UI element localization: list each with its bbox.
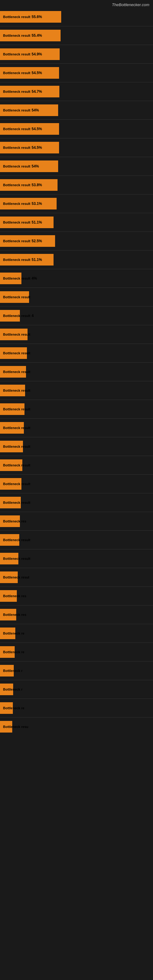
list-item: Bottleneck result xyxy=(0,326,153,343)
bar: Bottleneck re xyxy=(0,646,15,658)
list-item: Bottleneck result xyxy=(0,288,153,305)
bar: Bottleneck result54.5% xyxy=(0,142,59,153)
bar-label: Bottleneck res xyxy=(2,519,26,523)
list-item: Bottleneck result54% xyxy=(0,102,153,119)
bar-label: Bottleneck result xyxy=(2,389,30,392)
bar: Bottleneck result54% xyxy=(0,105,58,116)
bar-label: Bottleneck result xyxy=(2,557,30,560)
list-item: Bottleneck result xyxy=(0,438,153,455)
bar: Bottleneck result54% xyxy=(0,161,58,172)
bar: Bottleneck resu xyxy=(0,721,12,733)
list-item: Bottleneck result xyxy=(0,494,153,511)
list-item: Bottleneck result xyxy=(0,401,153,418)
list-item: Bottleneck res xyxy=(0,587,153,605)
list-item: Bottleneck result52.5% xyxy=(0,232,153,250)
bar-label: Bottleneck result xyxy=(2,407,30,411)
list-item: Bottleneck re xyxy=(0,700,153,717)
bar-value: 54.5% xyxy=(32,127,42,131)
list-item: Bottleneck result xyxy=(0,419,153,436)
bar-label: Bottleneck result xyxy=(2,183,30,187)
list-item: Bottleneck resul xyxy=(0,569,153,586)
list-item: Bottleneck res xyxy=(0,513,153,530)
bar-label: Bottleneck result xyxy=(2,314,30,318)
list-item: Bottleneck result54.7% xyxy=(0,83,153,100)
bar-label: Bottleneck result xyxy=(2,370,30,374)
list-item: Bottleneck result55.6% xyxy=(0,8,153,25)
bar-value: 52.5% xyxy=(32,239,42,243)
bar-label: Bottleneck result xyxy=(2,52,30,56)
bar: Bottleneck res xyxy=(0,609,16,620)
bar: Bottleneck result xyxy=(0,329,27,340)
bar-label: Bottleneck result xyxy=(2,127,30,131)
bar: Bottleneck result54.9% xyxy=(0,48,60,60)
list-item: Bottleneck result51.1% xyxy=(0,214,153,231)
bar: Bottleneck result xyxy=(0,441,23,452)
list-item: Bottleneck result54.5% xyxy=(0,139,153,156)
bar-label: Bottleneck result xyxy=(2,482,30,486)
bar-label: Bottleneck result xyxy=(2,15,30,19)
site-title: TheBottlenecker.com xyxy=(0,0,153,8)
bar-label: Bottleneck result xyxy=(2,71,30,75)
bar-label: Bottleneck result xyxy=(2,295,30,299)
bar: Bottleneck result54.5% xyxy=(0,67,59,79)
bar-label: Bottleneck result xyxy=(2,146,30,150)
bar: Bottleneck res xyxy=(0,590,17,602)
bar-label: Bottleneck result xyxy=(2,501,30,504)
bar: Bottleneck result xyxy=(0,291,29,303)
bar-value: 54.5% xyxy=(32,71,42,75)
list-item: Bottleneck result4% xyxy=(0,270,153,287)
bar: Bottleneck result xyxy=(0,385,25,396)
bar-label: Bottleneck result xyxy=(2,34,30,37)
bar: Bottleneck result xyxy=(0,403,24,415)
list-item: Bottleneck result xyxy=(0,550,153,567)
bar-label: Bottleneck result xyxy=(2,538,30,542)
list-item: Bottleneck result4 xyxy=(0,307,153,324)
header: TheBottlenecker.com xyxy=(0,0,153,8)
bar-value: 51.1% xyxy=(32,220,42,224)
bar-label: Bottleneck result xyxy=(2,463,30,467)
bar: Bottleneck result xyxy=(0,422,24,434)
bar-value: 4% xyxy=(32,276,37,280)
bar-label: Bottleneck r xyxy=(2,669,22,673)
bar-label: Bottleneck result xyxy=(2,445,30,449)
bar: Bottleneck result53.1% xyxy=(0,198,57,210)
bar: Bottleneck result55.4% xyxy=(0,30,61,41)
bar: Bottleneck r xyxy=(0,665,14,676)
bar-label: Bottleneck resul xyxy=(2,576,29,579)
bar: Bottleneck result4% xyxy=(0,272,21,284)
bar: Bottleneck result xyxy=(0,497,21,508)
bar-value: 55.6% xyxy=(32,15,42,19)
bar: Bottleneck result xyxy=(0,366,26,378)
bar: Bottleneck result51.1% xyxy=(0,216,54,228)
bar-value: 4 xyxy=(32,313,33,318)
list-item: Bottleneck result54.5% xyxy=(0,120,153,137)
bar-value: 54.9% xyxy=(32,52,42,56)
bar: Bottleneck re xyxy=(0,702,13,714)
bar-value: 53.8% xyxy=(32,183,42,187)
bar: Bottleneck result xyxy=(0,460,22,471)
bar-label: Bottleneck res xyxy=(2,594,26,598)
list-item: Bottleneck re xyxy=(0,643,153,660)
bar: Bottleneck res xyxy=(0,515,20,527)
bar-label: Bottleneck result xyxy=(2,258,30,261)
list-item: Bottleneck resu xyxy=(0,718,153,735)
bar-label: Bottleneck result xyxy=(2,426,30,430)
bar: Bottleneck result4 xyxy=(0,310,20,321)
bar-label: Bottleneck result xyxy=(2,164,30,168)
list-item: Bottleneck result xyxy=(0,345,153,362)
bar-value: 54.7% xyxy=(32,89,42,94)
list-item: Bottleneck result xyxy=(0,457,153,474)
bar-label: Bottleneck re xyxy=(2,706,24,710)
bar-label: Bottleneck result xyxy=(2,202,30,205)
bar: Bottleneck result54.5% xyxy=(0,123,59,135)
bar: Bottleneck result xyxy=(0,478,21,490)
list-item: Bottleneck result54% xyxy=(0,158,153,175)
bar: Bottleneck r xyxy=(0,684,13,695)
list-item: Bottleneck re xyxy=(0,625,153,642)
list-item: Bottleneck result55.4% xyxy=(0,27,153,44)
bar: Bottleneck result53.8% xyxy=(0,179,57,191)
bar: Bottleneck result xyxy=(0,347,27,359)
bar-label: Bottleneck result xyxy=(2,90,30,94)
bar-label: Bottleneck result xyxy=(2,277,30,280)
bar-label: Bottleneck result xyxy=(2,239,30,243)
